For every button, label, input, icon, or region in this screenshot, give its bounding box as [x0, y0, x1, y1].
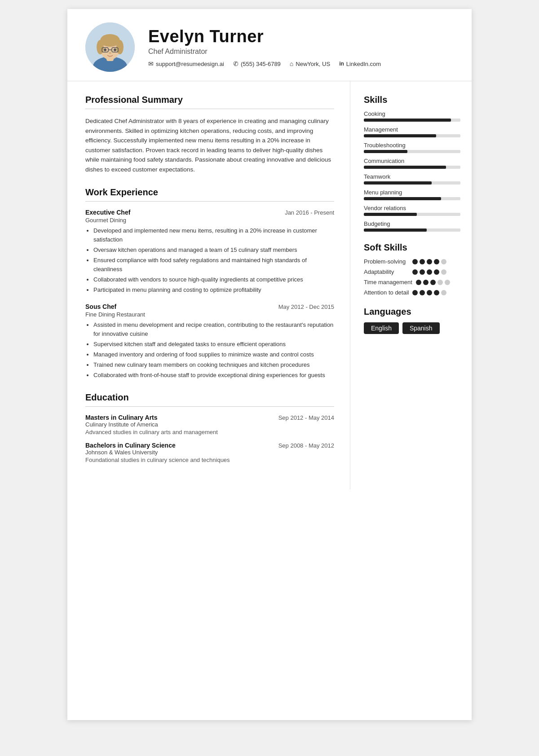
linkedin-icon: in: [339, 61, 344, 67]
skill-item: Troubleshooting: [364, 142, 460, 153]
skill-bar-track: [364, 134, 460, 137]
skill-bar-track: [364, 119, 460, 122]
skill-item: Management: [364, 126, 460, 137]
dot: [434, 259, 439, 264]
dot: [423, 280, 429, 285]
location-icon: ⌂: [290, 60, 293, 67]
skills-list: Cooking Management Troubleshooting Commu…: [364, 110, 460, 232]
skill-label: Management: [364, 126, 460, 133]
job-bullets: Assisted in menu development and recipe …: [85, 321, 334, 380]
bullet-item: Supervised kitchen staff and delegated t…: [93, 340, 334, 349]
job-title: Executive Chef: [85, 209, 130, 216]
bullet-item: Collaborated with vendors to source high…: [93, 275, 334, 284]
edu-description: Foundational studies in culinary science…: [85, 457, 334, 463]
dots: [412, 259, 446, 264]
soft-skill-label: Time management: [364, 279, 412, 286]
resume-page: Evelyn Turner Chef Administrator ✉ suppo…: [67, 9, 472, 720]
education-section: Education Masters in Culinary Arts Sep 2…: [85, 392, 334, 463]
dots: [412, 290, 446, 295]
job-bullets: Developed and implemented new menu items…: [85, 226, 334, 295]
dot: [441, 259, 446, 264]
summary-text: Dedicated Chef Administrator with 8 year…: [85, 116, 334, 175]
skill-label: Menu planning: [364, 189, 460, 196]
job-dates: May 2012 - Dec 2015: [278, 303, 334, 310]
language-tags: EnglishSpanish: [364, 322, 460, 334]
contact-linkedin: in LinkedIn.com: [339, 60, 381, 67]
dot: [427, 269, 432, 275]
skills-section: Skills Cooking Management Troubleshootin…: [364, 95, 460, 232]
skill-bar-fill: [364, 166, 446, 169]
edu-description: Advanced studies in culinary arts and ma…: [85, 429, 334, 435]
soft-skills-section: Soft Skills Problem-solving Adaptability…: [364, 242, 460, 296]
bullet-item: Managed inventory and ordering of food s…: [93, 350, 334, 359]
edu-header: Masters in Culinary Arts Sep 2012 - May …: [85, 414, 334, 421]
svg-point-12: [109, 52, 111, 54]
skill-bar-fill: [364, 134, 436, 137]
soft-skills-title: Soft Skills: [364, 242, 460, 253]
dot: [441, 269, 446, 275]
soft-skill-label: Attention to detail: [364, 289, 409, 296]
dot: [412, 290, 418, 295]
candidate-title: Chef Administrator: [148, 48, 454, 56]
skill-bar-fill: [364, 119, 451, 122]
job-item: Sous Chef May 2012 - Dec 2015 Fine Dinin…: [85, 303, 334, 380]
skill-bar-fill: [364, 229, 427, 232]
dot: [420, 269, 425, 275]
svg-point-11: [114, 48, 116, 51]
contact-location: ⌂ NewYork, US: [290, 60, 330, 67]
skill-label: Teamwork: [364, 173, 460, 180]
dots: [412, 269, 446, 275]
edu-school: Culinary Institute of America: [85, 421, 334, 428]
phone-icon: ✆: [233, 60, 239, 67]
skill-bar-fill: [364, 213, 417, 216]
bullet-item: Developed and implemented new menu items…: [93, 226, 334, 244]
dot: [437, 280, 443, 285]
dot: [416, 280, 421, 285]
skill-bar-track: [364, 197, 460, 200]
work-experience-section: Work Experience Executive Chef Jan 2016 …: [85, 187, 334, 380]
skill-label: Vendor relations: [364, 205, 460, 211]
languages-title: Languages: [364, 307, 460, 317]
candidate-name: Evelyn Turner: [148, 27, 454, 46]
avatar: [85, 22, 135, 72]
bullet-item: Trained new culinary team members on coo…: [93, 360, 334, 369]
job-item: Executive Chef Jan 2016 - Present Gourme…: [85, 209, 334, 295]
skill-item: Budgeting: [364, 220, 460, 232]
left-column: Professional Summary Dedicated Chef Admi…: [67, 81, 350, 489]
language-tag: English: [364, 322, 399, 334]
skill-label: Budgeting: [364, 220, 460, 227]
edu-degree: Masters in Culinary Arts: [85, 414, 158, 421]
edu-header: Bachelors in Culinary Science Sep 2008 -…: [85, 442, 334, 449]
job-header: Executive Chef Jan 2016 - Present: [85, 209, 334, 216]
header-section: Evelyn Turner Chef Administrator ✉ suppo…: [67, 9, 472, 81]
skill-item: Teamwork: [364, 173, 460, 185]
dot: [420, 259, 425, 264]
skill-bar-track: [364, 166, 460, 169]
summary-section: Professional Summary Dedicated Chef Admi…: [85, 95, 334, 175]
dot: [427, 290, 432, 295]
header-info: Evelyn Turner Chef Administrator ✉ suppo…: [148, 27, 454, 67]
skill-label: Troubleshooting: [364, 142, 460, 149]
bullet-item: Oversaw kitchen operations and managed a…: [93, 246, 334, 255]
language-tag: Spanish: [402, 322, 440, 334]
skill-item: Menu planning: [364, 189, 460, 200]
edu-dates: Sep 2012 - May 2014: [278, 414, 334, 421]
soft-skills-list: Problem-solving Adaptability Time manage…: [364, 258, 460, 296]
contact-info: ✉ support@resumedesign.ai ✆ (555) 345-67…: [148, 60, 454, 67]
summary-divider: [85, 109, 334, 109]
education-title: Education: [85, 392, 334, 403]
skill-item: Communication: [364, 158, 460, 169]
skill-bar-fill: [364, 181, 432, 185]
soft-skill-label: Problem-solving: [364, 258, 409, 265]
bullet-item: Participated in menu planning and costin…: [93, 286, 334, 294]
skill-bar-track: [364, 213, 460, 216]
edu-item: Bachelors in Culinary Science Sep 2008 -…: [85, 442, 334, 463]
soft-skill-item: Problem-solving: [364, 258, 460, 265]
dot: [430, 280, 436, 285]
bullet-item: Collaborated with front-of-house staff t…: [93, 371, 334, 380]
right-column: Skills Cooking Management Troubleshootin…: [350, 81, 472, 489]
dot: [420, 290, 425, 295]
contact-phone: ✆ (555) 345-6789: [233, 60, 281, 67]
skill-bar-track: [364, 150, 460, 153]
dot: [434, 290, 439, 295]
